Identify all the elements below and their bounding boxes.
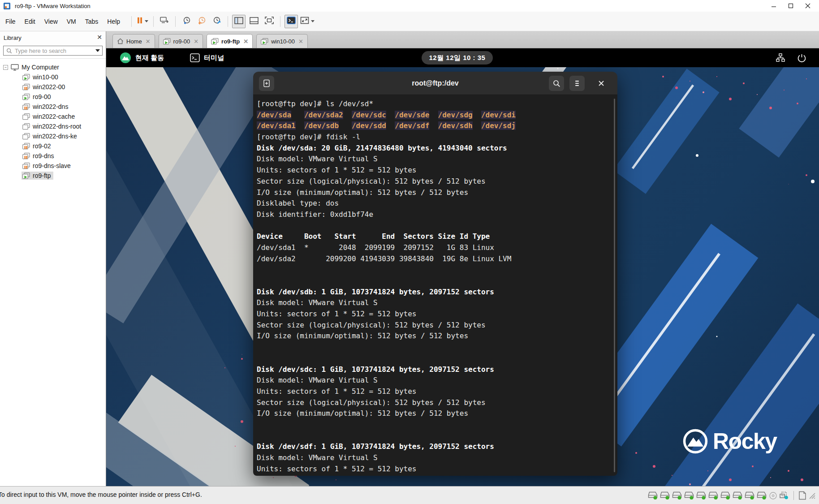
show-library-button[interactable] — [232, 15, 246, 28]
minimize-button[interactable] — [765, 0, 782, 12]
tab-close-icon[interactable]: ✕ — [243, 38, 248, 45]
device-entry: /dev/sda1 — [257, 121, 296, 130]
home-icon — [117, 38, 124, 44]
terminal-title: root@ftp:/dev — [412, 79, 458, 87]
search-dropdown-caret-icon[interactable] — [95, 49, 100, 52]
toolbar-separator — [175, 16, 176, 27]
hard-disk-icon[interactable] — [708, 491, 719, 500]
new-tab-button[interactable] — [259, 76, 274, 91]
dropdown-caret-icon[interactable] — [145, 20, 148, 22]
tree-node-ro9-02[interactable]: ro9-02 — [0, 141, 106, 151]
rocky-activities-icon — [120, 52, 131, 64]
terminal-titlebar[interactable]: root@ftp:/dev — [253, 72, 617, 95]
clock[interactable]: 12월 12일 10 : 35 — [422, 51, 493, 65]
power-icon[interactable] — [797, 53, 806, 63]
terminal-menu-button[interactable] — [569, 76, 585, 91]
terminal-body[interactable]: [root@ftp dev]# ls /dev/sd*/dev/sda /dev… — [253, 95, 617, 476]
tab-win10-00[interactable]: win10-00✕ — [256, 34, 308, 48]
device-status-icons — [648, 487, 815, 504]
terminal-line: Disk model: VMware Virtual S — [257, 452, 617, 464]
terminal-search-button[interactable] — [549, 76, 564, 91]
toolbar-separator — [153, 16, 154, 27]
tree-node-ro9-ftp[interactable]: ro9-ftp — [0, 171, 106, 181]
console-view-button[interactable] — [284, 15, 298, 28]
activities-button[interactable]: 현재 활동 — [120, 52, 164, 64]
hard-disk-icon[interactable] — [720, 491, 731, 500]
snapshot-manager-button[interactable] — [210, 15, 224, 28]
menu-tabs[interactable]: Tabs — [81, 16, 103, 27]
tab-close-icon[interactable]: ✕ — [298, 38, 303, 45]
revert-snapshot-button[interactable] — [195, 15, 208, 28]
tree-node-win10-00[interactable]: win10-00 — [0, 72, 106, 82]
message-log-icon[interactable] — [798, 491, 806, 500]
terminal-scrollbar[interactable] — [614, 99, 615, 472]
cdrom-icon[interactable] — [769, 491, 777, 500]
pause-button[interactable] — [136, 15, 149, 28]
tree-node-win2022-dns[interactable]: win2022-dns — [0, 102, 106, 112]
collapse-icon[interactable]: − — [3, 65, 8, 70]
hard-disk-icon[interactable] — [660, 491, 670, 500]
send-ctrl-alt-del-button[interactable] — [158, 15, 171, 28]
terminal-app-icon — [190, 53, 200, 62]
tab-close-icon[interactable]: ✕ — [146, 38, 151, 45]
take-snapshot-button[interactable] — [180, 15, 193, 28]
tree-node-ro9-dns-slave[interactable]: ro9-dns-slave — [0, 161, 106, 171]
terminal-line: Sector size (logical/physical): 512 byte… — [257, 320, 617, 331]
hard-disk-icon[interactable] — [745, 491, 755, 500]
network-icon[interactable] — [776, 53, 785, 63]
tree-node-label: ro9-dns — [33, 152, 54, 159]
vm-icon — [22, 143, 30, 150]
library-close-icon[interactable]: ✕ — [97, 34, 102, 40]
dropdown-caret-icon[interactable] — [311, 20, 315, 22]
hard-disk-icon[interactable] — [672, 491, 682, 500]
vm-icon — [22, 84, 30, 90]
terminal-line — [257, 276, 617, 287]
terminal-line: Disk identifier: 0xdd1bf74e — [257, 209, 617, 220]
tree-node-label: win10-00 — [33, 73, 58, 81]
device-entry: /dev/sda — [257, 111, 291, 119]
hard-disk-icon[interactable] — [733, 491, 743, 500]
resize-grip-icon[interactable] — [808, 492, 815, 499]
wallpaper-splatter — [696, 154, 698, 157]
fit-guest-icon — [300, 17, 309, 26]
show-thumbnails-icon — [250, 17, 259, 26]
hard-disk-icon[interactable] — [648, 491, 658, 500]
tree-node-ro9-dns[interactable]: ro9-dns — [0, 151, 106, 161]
menu-file[interactable]: File — [1, 16, 20, 27]
tree-node-my-computer[interactable]: − My Computer — [0, 62, 106, 72]
hard-disk-icon[interactable] — [757, 491, 767, 500]
terminal-window: root@ftp:/dev [root@ftp dev]# ls /dev/sd… — [253, 72, 617, 476]
menu-edit[interactable]: Edit — [20, 16, 40, 27]
tree-node-win2022-dns-root[interactable]: win2022-dns-root — [0, 121, 106, 131]
network-adapter-icon[interactable] — [779, 491, 789, 500]
hard-disk-icon[interactable] — [684, 491, 694, 500]
maximize-button[interactable] — [782, 0, 799, 12]
menu-view[interactable]: View — [40, 16, 62, 27]
snapshot-manager-icon — [213, 17, 221, 26]
take-snapshot-icon — [182, 17, 191, 26]
tree-node-win2022-dns-ke[interactable]: win2022-dns-ke — [0, 131, 106, 141]
hamburger-menu-icon — [573, 80, 581, 86]
tree-node-win2022-00[interactable]: win2022-00 — [0, 82, 106, 92]
tree-node-ro9-00[interactable]: ro9-00 — [0, 92, 106, 102]
tab-close-icon[interactable]: ✕ — [194, 38, 198, 45]
menu-vm[interactable]: VM — [62, 16, 81, 27]
fit-guest-button[interactable] — [300, 15, 315, 28]
terminal-line: /dev/sda2 2099200 41943039 39843840 19G … — [257, 254, 617, 265]
fullscreen-button[interactable] — [263, 15, 276, 28]
vm-icon — [22, 133, 30, 140]
focused-app-button[interactable]: 터미널 — [190, 53, 224, 62]
tree-node-win2022-cache[interactable]: win2022-cache — [0, 112, 106, 121]
hard-disk-icon[interactable] — [696, 491, 707, 500]
show-thumbnails-button[interactable] — [247, 15, 261, 28]
close-button[interactable] — [799, 0, 816, 12]
toolbar-separator — [280, 16, 280, 27]
menu-help[interactable]: Help — [103, 16, 125, 27]
library-search-input[interactable]: Type here to search — [3, 46, 103, 56]
terminal-line: Disk model: VMware Virtual S — [257, 297, 617, 309]
tab-ro9-00[interactable]: ro9-00✕ — [159, 34, 203, 48]
tab-ro9-ftp[interactable]: ro9-ftp✕ — [207, 34, 253, 48]
library-panel: Library ✕ Type here to search − My Compu… — [0, 31, 106, 486]
tab-home[interactable]: Home✕ — [112, 34, 155, 48]
terminal-close-button[interactable] — [594, 76, 609, 91]
